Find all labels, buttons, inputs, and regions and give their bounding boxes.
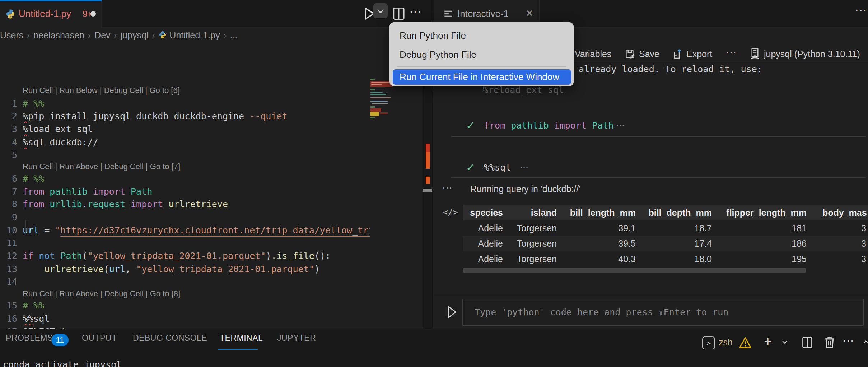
cell-code[interactable]: from pathlib import Path: [484, 119, 613, 132]
tab-title: Untitled-1.py: [19, 0, 71, 28]
menu-item-run-in-interactive-window[interactable]: Run Current File in Interactive Window: [393, 69, 571, 85]
cell-divider: [451, 136, 866, 137]
code-output-gutter-icon[interactable]: </>: [443, 208, 458, 217]
run-input-button[interactable]: [445, 304, 458, 320]
codelens-link[interactable]: Run Cell | Run Above | Debug Cell | Go t…: [23, 288, 180, 299]
close-icon[interactable]: ✕: [526, 8, 533, 19]
table-cell: 40.3: [562, 251, 641, 267]
table-cell: Torgersen: [508, 220, 562, 236]
editor-tab-bar-left: Untitled-1.py 9+ ⋯: [0, 0, 433, 28]
table-cell: 186: [717, 236, 812, 251]
tab-untitled-1[interactable]: Untitled-1.py 9+: [0, 0, 102, 28]
codelens-link[interactable]: Run Cell | Run Above | Debug Cell | Go t…: [23, 161, 180, 172]
cell-success-check-icon: ✓: [466, 161, 475, 174]
column-header[interactable]: body_mas: [812, 205, 868, 220]
table-cell: 39.1: [562, 220, 641, 236]
warning-icon[interactable]: [739, 336, 752, 349]
code-line: %load_ext sql: [23, 123, 93, 136]
table-cell: 17.4: [641, 236, 717, 251]
split-editor-icon[interactable]: [393, 6, 405, 22]
terminal-launch-icon[interactable]: >: [702, 336, 715, 349]
breadcrumb-item[interactable]: Dev: [94, 30, 110, 40]
column-header[interactable]: bill_length_mm: [562, 205, 641, 220]
interactive-window-icon: [444, 10, 454, 18]
cell-success-check-icon: ✓: [466, 119, 475, 132]
code-editor[interactable]: Run Cell | Run Below | Debug Cell | Go t…: [0, 43, 423, 329]
split-terminal-icon[interactable]: [801, 336, 813, 349]
run-options-dropdown-button[interactable]: [373, 3, 388, 18]
code-line: %%sql: [23, 312, 50, 325]
table-cell: 181: [717, 220, 812, 236]
menu-item-debug-python-file[interactable]: Debug Python File: [400, 49, 476, 60]
more-actions-icon[interactable]: ⋯: [726, 46, 737, 58]
output-gutter-more-icon[interactable]: ...: [442, 180, 453, 191]
codelens-link[interactable]: Run Cell | Run Below | Debug Cell | Go t…: [23, 85, 180, 96]
column-header[interactable]: species: [463, 205, 508, 220]
maximize-panel-chevron-icon[interactable]: [861, 337, 868, 347]
python-file-icon: [158, 31, 167, 39]
code-line: # %%: [23, 172, 44, 185]
bottom-panel: PROBLEMS 11 OUTPUT DEBUG CONSOLE TERMINA…: [0, 329, 868, 367]
code-line: %pip install jupysql duckdb duckdb-engin…: [23, 110, 288, 123]
panel-tab-jupyter[interactable]: JUPYTER: [277, 329, 316, 347]
column-header[interactable]: bill_depth_mm: [641, 205, 717, 220]
python-file-icon: [5, 9, 16, 19]
breadcrumb-separator: ›: [220, 31, 230, 40]
breadcrumb-separator: ›: [23, 31, 33, 40]
panel-tab-problems[interactable]: PROBLEMS: [6, 329, 53, 347]
kernel-icon[interactable]: [749, 47, 761, 60]
table-cell: Torgersen: [508, 251, 562, 267]
code-line: SELECT *: [23, 325, 66, 329]
table-cell: 18.0: [641, 251, 717, 267]
table-cell: 18.7: [641, 220, 717, 236]
overview-ruler-error-mark: [426, 144, 430, 152]
problems-count-badge: 11: [51, 334, 69, 346]
running-query-text: Running query in 'duckdb://': [470, 184, 580, 194]
horizontal-scrollbar-thumb[interactable]: [423, 189, 432, 192]
breadcrumb-item[interactable]: jupysql: [121, 30, 149, 40]
breadcrumb-item[interactable]: neelashasen: [33, 30, 84, 40]
cell-more-icon[interactable]: ⋯: [616, 120, 625, 130]
table-horizontal-scrollbar[interactable]: [463, 268, 806, 273]
code-line: if not Path("yellow_tripdata_2021-01.par…: [23, 250, 331, 263]
kernel-picker-button[interactable]: jupysql (Python 3.10.11): [764, 48, 860, 60]
more-actions-icon[interactable]: ⋯: [409, 4, 421, 19]
menu-separator: [397, 66, 566, 67]
tab-modified-dot[interactable]: [90, 11, 96, 17]
cell-more-icon[interactable]: ⋯: [520, 162, 528, 172]
table-header-row: species island bill_length_mm bill_depth…: [463, 205, 868, 220]
table-cell: 195: [717, 251, 812, 267]
table-row: Adelie Torgersen 39.5 17.4 186 3: [463, 236, 868, 251]
export-button[interactable]: Export: [686, 48, 712, 60]
active-panel-tab-indicator: [218, 349, 258, 350]
save-button[interactable]: Save: [639, 48, 659, 60]
code-line: # %%: [23, 97, 44, 110]
code-line: from pathlib import Path: [23, 185, 152, 198]
cell-code[interactable]: %%sql: [484, 161, 511, 174]
code-line: urlretrieve(url, "yellow_tripdata_2021-0…: [23, 263, 320, 276]
breadcrumb-item[interactable]: Untitled-1.py: [169, 30, 220, 40]
overview-ruler-warning-mark: [426, 152, 430, 169]
input-placeholder: Type 'python' code here and press ⇧Enter…: [475, 299, 728, 326]
column-header[interactable]: island: [508, 205, 562, 220]
variables-button[interactable]: Variables: [575, 48, 611, 60]
kill-terminal-trash-icon[interactable]: [823, 335, 836, 349]
new-terminal-icon[interactable]: +: [764, 334, 772, 349]
more-actions-icon[interactable]: ⋯: [855, 3, 867, 17]
column-header[interactable]: flipper_length_mm: [717, 205, 812, 220]
shell-label[interactable]: zsh: [719, 335, 733, 349]
breadcrumb-separator: ›: [84, 31, 94, 40]
save-icon[interactable]: [624, 48, 636, 60]
panel-tab-debug-console[interactable]: DEBUG CONSOLE: [133, 329, 207, 347]
panel-tab-output[interactable]: OUTPUT: [82, 329, 117, 347]
breadcrumb-more[interactable]: ...: [230, 30, 238, 40]
terminal-dropdown-chevron-icon[interactable]: [780, 337, 790, 347]
breadcrumb-separator: ›: [111, 31, 121, 40]
export-icon[interactable]: [672, 48, 683, 60]
breadcrumb-item[interactable]: Users: [0, 30, 23, 40]
panel-more-actions-icon[interactable]: ⋯: [842, 333, 854, 348]
breadcrumb: Users›neelashasen›Dev›jupysql› Untitled-…: [0, 28, 423, 43]
menu-item-run-python-file[interactable]: Run Python File: [400, 30, 466, 41]
table-row: Adelie Torgersen 40.3 18.0 195 3: [463, 251, 868, 267]
panel-tab-terminal[interactable]: TERMINAL: [220, 329, 263, 347]
